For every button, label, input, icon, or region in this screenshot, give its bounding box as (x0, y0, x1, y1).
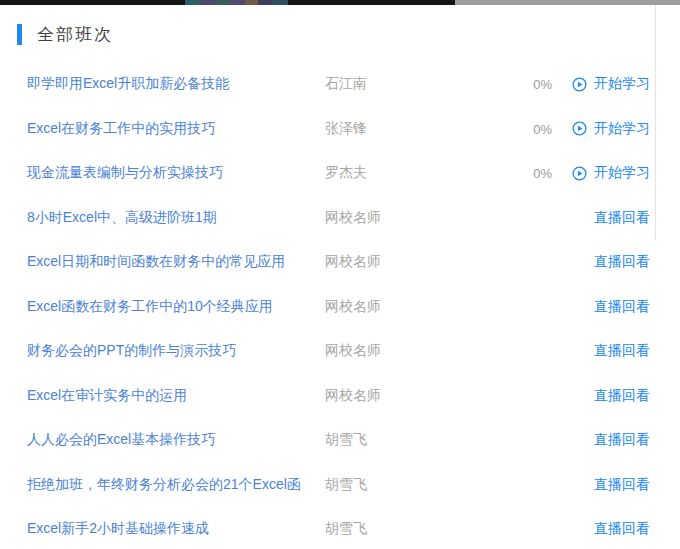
course-title-link[interactable]: 人人必会的Excel基本操作技巧 (27, 431, 215, 449)
banner-sliver-segment (245, 0, 258, 5)
action-link[interactable]: 开始学习 (572, 164, 650, 182)
play-circle-icon (572, 121, 587, 136)
course-title-link[interactable]: 现金流量表编制与分析实操技巧 (27, 164, 223, 182)
course-row: Excel函数在财务工作中的10个经典应用 网校名师 直播回看 (0, 285, 680, 330)
action-link[interactable]: 直播回看 (594, 209, 650, 227)
course-title-link[interactable]: 拒绝加班，年终财务分析必会的21个Excel函 (27, 476, 301, 494)
instructor-name: 胡雪飞 (325, 431, 367, 449)
action-label: 直播回看 (594, 342, 650, 360)
action-link[interactable]: 直播回看 (594, 342, 650, 360)
course-panel: 全部班次 即学即用Excel升职加薪必备技能 石江南 0% 开始学习 Excel… (0, 0, 680, 549)
course-title-link[interactable]: 即学即用Excel升职加薪必备技能 (27, 75, 229, 93)
action-label: 直播回看 (594, 298, 650, 316)
action-label: 开始学习 (594, 120, 650, 138)
action-link[interactable]: 直播回看 (594, 298, 650, 316)
banner-sliver-segment (230, 0, 245, 5)
action-link[interactable]: 直播回看 (594, 431, 650, 449)
course-row: 人人必会的Excel基本操作技巧 胡雪飞 直播回看 (0, 418, 680, 463)
course-title-link[interactable]: Excel日期和时间函数在财务中的常见应用 (27, 253, 285, 271)
course-title-link[interactable]: Excel函数在财务工作中的10个经典应用 (27, 298, 273, 316)
instructor-name: 石江南 (325, 75, 367, 93)
instructor-name: 胡雪飞 (325, 520, 367, 538)
instructor-name: 网校名师 (325, 209, 381, 227)
action-link[interactable]: 直播回看 (594, 387, 650, 405)
action-link[interactable]: 直播回看 (594, 476, 650, 494)
action-label: 直播回看 (594, 387, 650, 405)
instructor-name: 张泽锋 (325, 120, 367, 138)
instructor-name: 网校名师 (325, 342, 381, 360)
banner-sliver-segment (272, 0, 288, 5)
course-row: Excel日期和时间函数在财务中的常见应用 网校名师 直播回看 (0, 240, 680, 285)
course-row: 即学即用Excel升职加薪必备技能 石江南 0% 开始学习 (0, 62, 680, 107)
header-accent-bar (17, 24, 22, 45)
course-row: Excel在财务工作中的实用技巧 张泽锋 0% 开始学习 (0, 107, 680, 152)
course-row: Excel在审计实务中的运用 网校名师 直播回看 (0, 374, 680, 419)
play-circle-icon (572, 166, 587, 181)
course-row: 8小时Excel中、高级进阶班1期 网校名师 直播回看 (0, 196, 680, 241)
banner-sliver-segment (185, 0, 200, 5)
banner-sliver-segment (215, 0, 230, 5)
instructor-name: 网校名师 (325, 253, 381, 271)
course-row: Excel新手2小时基础操作速成 胡雪飞 直播回看 (0, 507, 680, 549)
banner-sliver-segment (0, 0, 185, 5)
action-label: 直播回看 (594, 476, 650, 494)
banner-sliver-segment (288, 0, 455, 5)
action-label: 直播回看 (594, 520, 650, 538)
instructor-name: 网校名师 (325, 298, 381, 316)
course-row: 拒绝加班，年终财务分析必会的21个Excel函 胡雪飞 直播回看 (0, 463, 680, 508)
course-title-link[interactable]: 8小时Excel中、高级进阶班1期 (27, 209, 217, 227)
instructor-name: 罗杰夫 (325, 164, 367, 182)
section-header: 全部班次 (17, 23, 113, 46)
instructor-name: 网校名师 (325, 387, 381, 405)
course-row: 现金流量表编制与分析实操技巧 罗杰夫 0% 开始学习 (0, 151, 680, 196)
play-circle-icon (572, 77, 587, 92)
action-link[interactable]: 开始学习 (572, 120, 650, 138)
course-title-link[interactable]: Excel新手2小时基础操作速成 (27, 520, 209, 538)
banner-sliver-segment (200, 0, 215, 5)
banner-sliver-segment (455, 0, 680, 5)
progress-percent: 0% (505, 166, 552, 181)
course-list: 即学即用Excel升职加薪必备技能 石江南 0% 开始学习 Excel在财务工作… (0, 62, 680, 549)
progress-percent: 0% (505, 121, 552, 136)
course-title-link[interactable]: Excel在财务工作中的实用技巧 (27, 120, 215, 138)
action-link[interactable]: 直播回看 (594, 520, 650, 538)
action-label: 直播回看 (594, 253, 650, 271)
progress-percent: 0% (505, 77, 552, 92)
instructor-name: 胡雪飞 (325, 476, 367, 494)
banner-sliver-segment (258, 0, 272, 5)
action-link[interactable]: 直播回看 (594, 253, 650, 271)
course-title-link[interactable]: Excel在审计实务中的运用 (27, 387, 187, 405)
section-title: 全部班次 (37, 23, 113, 46)
action-label: 开始学习 (594, 75, 650, 93)
top-banner-sliver (0, 0, 680, 5)
action-label: 开始学习 (594, 164, 650, 182)
course-row: 财务必会的PPT的制作与演示技巧 网校名师 直播回看 (0, 329, 680, 374)
action-label: 直播回看 (594, 209, 650, 227)
course-title-link[interactable]: 财务必会的PPT的制作与演示技巧 (27, 342, 236, 360)
action-link[interactable]: 开始学习 (572, 75, 650, 93)
action-label: 直播回看 (594, 431, 650, 449)
